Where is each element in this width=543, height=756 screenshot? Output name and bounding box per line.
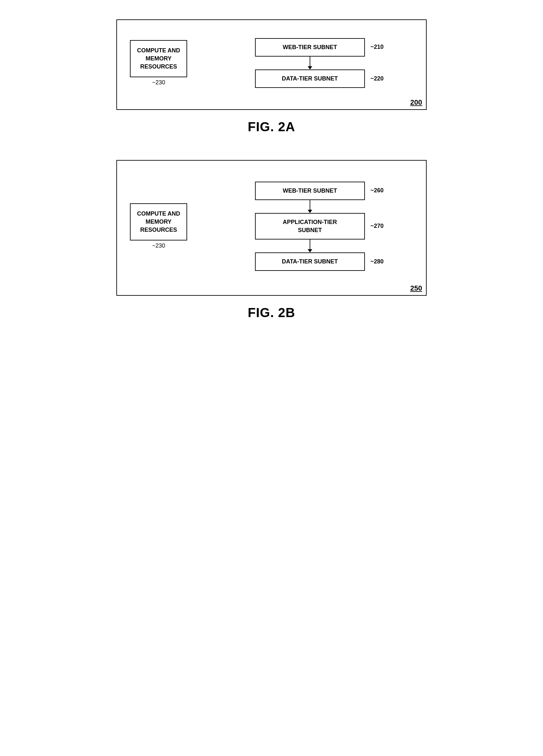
- fig2a-diagram-label: 200: [410, 98, 422, 107]
- fig2b-compute-number: ~230: [152, 242, 165, 249]
- fig2b-compute-wrapper: COMPUTE ANDMEMORYRESOURCES ~230: [130, 203, 187, 250]
- fig2b-compute-label: COMPUTE ANDMEMORYRESOURCES: [137, 210, 180, 233]
- fig2b-diagram-label: 250: [410, 284, 422, 293]
- fig2b-section: COMPUTE ANDMEMORYRESOURCES ~230 WEB-TIER…: [116, 160, 427, 320]
- fig2b-arrow-line-1: [310, 200, 310, 210]
- fig2b-data-tier-number: ~280: [370, 258, 384, 266]
- fig2b-arrow-down-1: [308, 200, 312, 213]
- fig2b-app-tier-wrapper: APPLICATION-TIERSUBNET ~270: [255, 213, 365, 240]
- fig2b-arrow-head-2: [308, 249, 312, 252]
- fig2a-section: COMPUTE ANDMEMORYRESOURCES ~230 WEB-TIER…: [116, 19, 427, 134]
- fig2a-arrow-head: [308, 66, 312, 69]
- fig2a-data-tier-number: ~220: [370, 75, 384, 83]
- fig2a-subnet-stack: WEB-TIER SUBNET ~210 DATA-TIER SUBNET ~2…: [207, 38, 413, 88]
- fig2a-data-tier-wrapper: DATA-TIER SUBNET ~220: [255, 69, 365, 88]
- fig2a-diagram-box: COMPUTE ANDMEMORYRESOURCES ~230 WEB-TIER…: [116, 19, 427, 110]
- fig2b-data-tier-wrapper: DATA-TIER SUBNET ~280: [255, 252, 365, 271]
- fig2b-arrow-line-2: [310, 240, 310, 249]
- fig2a-arrow-line: [310, 57, 310, 66]
- fig2a-caption: FIG. 2A: [248, 120, 295, 134]
- fig2a-data-tier-subnet: DATA-TIER SUBNET ~220: [255, 69, 365, 88]
- fig2a-arrow-down: [308, 57, 312, 69]
- fig2b-app-tier-subnet: APPLICATION-TIERSUBNET ~270: [255, 213, 365, 240]
- fig2b-diagram-box: COMPUTE ANDMEMORYRESOURCES ~230 WEB-TIER…: [116, 160, 427, 296]
- fig2b-compute-box: COMPUTE ANDMEMORYRESOURCES: [130, 203, 187, 241]
- fig2b-web-tier-subnet: WEB-TIER SUBNET ~260: [255, 182, 365, 200]
- fig2a-compute-label: COMPUTE ANDMEMORYRESOURCES: [137, 47, 180, 70]
- fig2b-app-tier-number: ~270: [370, 222, 384, 230]
- fig2a-compute-box: COMPUTE ANDMEMORYRESOURCES: [130, 40, 187, 78]
- fig2b-web-tier-number: ~260: [370, 187, 384, 195]
- fig2b-subnet-stack: WEB-TIER SUBNET ~260 APPLICATION-TIERSUB…: [207, 182, 413, 271]
- fig2a-compute-wrapper: COMPUTE ANDMEMORYRESOURCES ~230: [130, 40, 187, 86]
- page-content: COMPUTE ANDMEMORYRESOURCES ~230 WEB-TIER…: [116, 19, 427, 320]
- fig2a-web-tier-wrapper: WEB-TIER SUBNET ~210: [255, 38, 365, 57]
- fig2b-web-tier-wrapper: WEB-TIER SUBNET ~260: [255, 182, 365, 200]
- fig2b-arrow-head-1: [308, 210, 312, 213]
- fig2b-arrow-down-2: [308, 240, 312, 252]
- fig2a-compute-number: ~230: [152, 79, 165, 86]
- fig2b-caption: FIG. 2B: [248, 305, 295, 320]
- fig2a-web-tier-subnet: WEB-TIER SUBNET ~210: [255, 38, 365, 57]
- fig2b-data-tier-subnet: DATA-TIER SUBNET ~280: [255, 252, 365, 271]
- fig2a-web-tier-number: ~210: [370, 43, 384, 51]
